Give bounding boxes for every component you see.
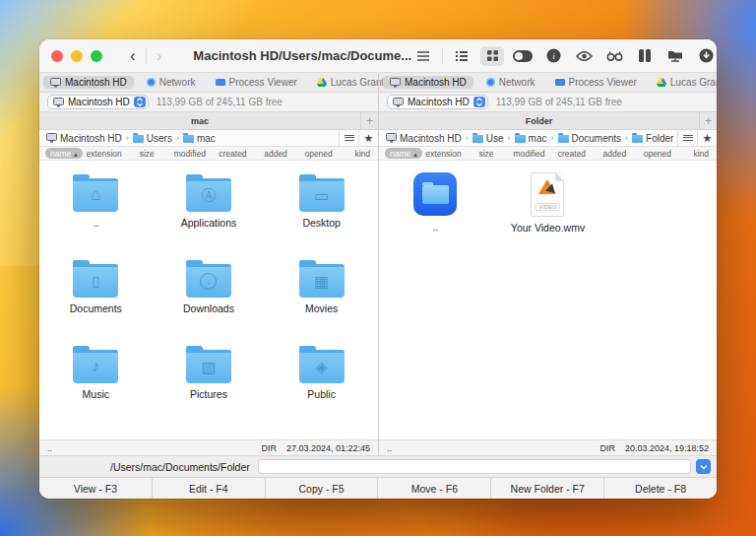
column-name[interactable]: name (385, 148, 422, 159)
sort-ascending-icon (74, 149, 78, 159)
move-button[interactable]: Move - F6 (377, 478, 490, 499)
command-input[interactable] (258, 459, 691, 474)
breadcrumb: Macintosh HD Use mac Docum (379, 130, 717, 147)
breadcrumb-item[interactable]: Users (133, 133, 172, 144)
file-item-downloads[interactable]: Downloads (153, 254, 266, 314)
add-tab-button[interactable] (360, 112, 378, 129)
column-created[interactable]: created (212, 149, 255, 159)
network-folder-icon[interactable] (663, 46, 687, 66)
preview-eye-icon[interactable] (572, 46, 596, 66)
right-drive-bar: Macintosh HD 113,99 GB of 245,11 GB free (378, 93, 717, 111)
file-item-pictures[interactable]: Pictures (153, 340, 266, 400)
path-menu-button[interactable] (339, 130, 358, 146)
breadcrumb-item[interactable]: Macintosh HD (46, 133, 122, 144)
breadcrumb-item[interactable]: Documents (558, 133, 622, 144)
tab-lucas-grant[interactable]: Lucas Grant (650, 76, 717, 89)
breadcrumb-item[interactable]: Use (472, 133, 504, 144)
status-selected-item: .. (47, 443, 52, 453)
left-tab-strip: Macintosh HD Network Process Viewer Luca… (39, 73, 378, 92)
column-size[interactable]: size (465, 149, 507, 159)
copy-button[interactable]: Copy - F5 (265, 478, 378, 499)
video-badge: VIDEO (536, 203, 560, 211)
search-binoculars-icon[interactable] (602, 46, 626, 66)
file-item-your-video[interactable]: VIDEO Your Video.wmv (491, 168, 603, 234)
download-icon[interactable] (694, 46, 717, 66)
tab-process-viewer[interactable]: Process Viewer (209, 76, 304, 89)
function-bar: View - F3 Edit - F4 Copy - F5 Move - F6 … (39, 477, 717, 499)
tab-network[interactable]: Network (479, 76, 542, 89)
detail-view-icon[interactable] (450, 46, 473, 66)
favorite-button[interactable] (697, 130, 717, 146)
tab-macintosh-hd[interactable]: Macintosh HD (43, 76, 134, 89)
column-opened[interactable]: opened (297, 149, 341, 159)
file-item-parent[interactable]: .. (379, 168, 491, 233)
column-extension[interactable]: extension (422, 149, 465, 159)
column-added[interactable]: added (594, 149, 636, 159)
select-arrows-icon (473, 97, 485, 107)
status-selected-item: .. (387, 443, 392, 453)
public-icon (299, 350, 345, 383)
computer-icon (50, 78, 61, 88)
forward-button[interactable]: › (151, 47, 168, 64)
file-item-music[interactable]: Music (39, 340, 153, 400)
tab-macintosh-hd[interactable]: Macintosh HD (383, 76, 473, 89)
delete-button[interactable]: Delete - F8 (603, 478, 717, 499)
film-icon (299, 264, 345, 298)
close-button[interactable] (51, 50, 63, 62)
drive-selector[interactable]: Macintosh HD (47, 95, 149, 109)
favorite-button[interactable] (358, 130, 378, 146)
column-added[interactable]: added (254, 149, 297, 159)
zoom-button[interactable] (91, 50, 102, 62)
file-item-movies[interactable]: Movies (265, 254, 378, 314)
grid-view-icon[interactable] (480, 46, 504, 66)
file-item-documents[interactable]: Documents (39, 254, 153, 314)
drive-selector[interactable]: Macintosh HD (387, 95, 488, 109)
dual-pane-icon[interactable] (633, 46, 657, 66)
toggle-icon[interactable] (511, 46, 535, 66)
chevron-right-icon (466, 133, 469, 143)
tab-process-viewer[interactable]: Process Viewer (548, 76, 644, 89)
column-kind[interactable]: kind (340, 149, 370, 159)
folder-icon (183, 135, 194, 143)
column-modified[interactable]: modified (168, 149, 212, 159)
new-folder-button[interactable]: New Folder - F7 (490, 478, 603, 499)
add-tab-button[interactable] (699, 112, 717, 129)
pane-tab-bar: Folder (379, 112, 717, 130)
desktop-icon (299, 178, 345, 212)
back-button[interactable]: ‹ (124, 47, 142, 64)
breadcrumb-item[interactable]: mac (183, 133, 216, 144)
file-item-parent[interactable]: .. (39, 168, 153, 229)
file-manager-window: ‹ › Macintosh HD/Users/mac/Docume... (39, 39, 717, 499)
column-extension[interactable]: extension (83, 149, 126, 159)
edit-button[interactable]: Edit - F4 (152, 478, 265, 499)
info-icon[interactable]: i (541, 46, 565, 66)
column-size[interactable]: size (125, 149, 168, 159)
tab-strip-row: Macintosh HD Network Process Viewer Luca… (39, 73, 717, 93)
chevron-right-icon (551, 133, 554, 143)
file-item-desktop[interactable]: Desktop (265, 168, 378, 229)
desktop-folder-icon (299, 178, 345, 212)
pane-tab[interactable]: mac (39, 116, 360, 126)
column-name[interactable]: name (45, 148, 83, 159)
breadcrumb-item[interactable]: Folder (632, 133, 673, 144)
column-kind[interactable]: kind (679, 149, 709, 159)
column-modified[interactable]: modified (508, 149, 550, 159)
tab-network[interactable]: Network (140, 76, 203, 89)
column-created[interactable]: created (550, 149, 593, 159)
music-folder-icon (73, 350, 118, 383)
breadcrumb-item[interactable]: mac (515, 133, 547, 144)
path-menu-button[interactable] (677, 130, 697, 146)
view-button[interactable]: View - F3 (39, 478, 152, 499)
command-history-button[interactable] (696, 459, 711, 474)
column-opened[interactable]: opened (636, 149, 678, 159)
column-headers: name extension size modified created add… (39, 147, 378, 161)
minimize-button[interactable] (71, 50, 83, 62)
breadcrumb-tools (677, 130, 717, 146)
breadcrumb-item[interactable]: Macintosh HD (386, 133, 462, 144)
window-icon (216, 79, 225, 86)
pane-tab[interactable]: Folder (379, 116, 699, 126)
file-item-applications[interactable]: Applications (153, 168, 266, 229)
list-view-icon[interactable] (411, 46, 435, 66)
folder-icon (422, 185, 449, 204)
file-item-public[interactable]: Public (265, 340, 378, 400)
